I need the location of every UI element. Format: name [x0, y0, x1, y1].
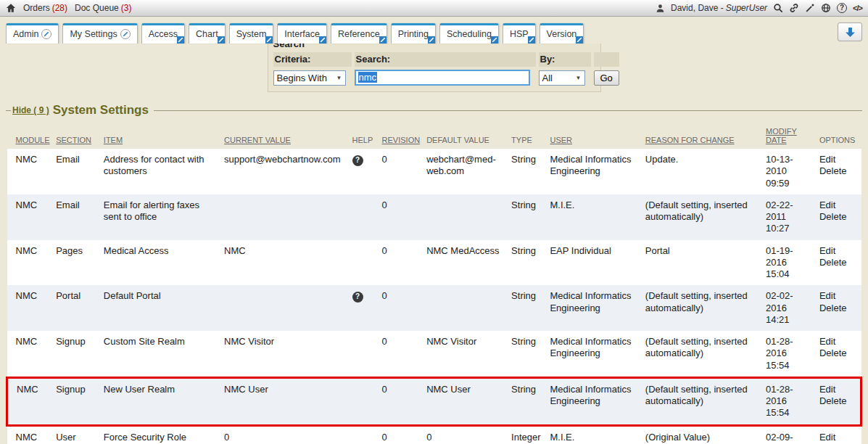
tab-my-settings[interactable]: My Settings: [62, 23, 137, 44]
pencil-glyph: [492, 37, 497, 43]
column-header-modify-date[interactable]: MODIFY DATE: [764, 123, 818, 149]
column-header-type: TYPE: [510, 123, 548, 149]
column-header-options: OPTIONS: [818, 123, 861, 149]
delete-link[interactable]: Delete: [819, 211, 847, 222]
cell-section: Email: [54, 194, 102, 240]
edit-pencil-icon[interactable]: [319, 36, 326, 44]
edit-link[interactable]: Edit: [819, 384, 835, 395]
settings-table: MODULESECTIONITEMCURRENT VALUEHELPREVISI…: [6, 123, 862, 444]
edit-pencil-icon[interactable]: [379, 36, 387, 44]
pencil-glyph: [320, 37, 326, 43]
cell-type: String: [510, 149, 548, 194]
settings-row: NMCEmailAddress for contact with custome…: [7, 149, 861, 194]
by-select[interactable]: All ▼: [539, 70, 585, 86]
table-header-row: MODULESECTIONITEMCURRENT VALUEHELPREVISI…: [7, 123, 861, 149]
table-body: NMCEmailAddress for contact with custome…: [7, 149, 861, 444]
cell-modify-date: 10-13-2010 09:59: [764, 149, 818, 194]
tab-interface[interactable]: Interface: [277, 23, 327, 44]
nav-doc-queue[interactable]: Doc Queue (3): [75, 3, 131, 13]
criteria-select[interactable]: Begins With ▼: [273, 70, 346, 86]
cell-default-value: webchart@med-web.com: [425, 149, 510, 194]
cell-module: NMC: [7, 425, 55, 444]
cell-current-value: [223, 285, 350, 331]
column-header-current-value[interactable]: CURRENT VALUE: [223, 123, 350, 149]
cell-options: EditDelete: [818, 240, 861, 286]
cell-revision: 0: [381, 331, 426, 377]
tab-chart[interactable]: Chart: [189, 23, 226, 44]
edit-link[interactable]: Edit: [819, 154, 835, 165]
edit-pencil-icon[interactable]: [41, 29, 51, 39]
cell-default-value: [425, 194, 510, 240]
edit-link[interactable]: Edit: [819, 336, 835, 347]
search-icon[interactable]: [773, 3, 783, 13]
help-icon[interactable]: ?: [837, 3, 847, 13]
edit-pencil-icon[interactable]: [265, 36, 273, 44]
cell-module: NMC: [7, 194, 55, 240]
column-header-section[interactable]: SECTION: [54, 123, 102, 149]
cell-reason: (Default setting, inserted automatically…: [644, 194, 764, 240]
pencil-glyph: [380, 37, 386, 43]
delete-link[interactable]: Delete: [819, 165, 847, 176]
column-header-help: HELP: [351, 123, 381, 149]
delete-link[interactable]: Delete: [819, 348, 847, 358]
cell-help: [351, 377, 381, 425]
tab-admin[interactable]: Admin: [6, 23, 59, 44]
tab-version[interactable]: Version: [540, 23, 584, 44]
column-header-reason-for-change[interactable]: REASON FOR CHANGE: [644, 123, 764, 149]
help-icon[interactable]: ?: [352, 155, 363, 166]
cell-reason: (Default setting, inserted automatically…: [644, 331, 764, 377]
cell-reason: (Original Value): [644, 425, 764, 444]
edit-pencil-icon[interactable]: [428, 36, 435, 44]
cell-section: User Security: [54, 425, 102, 444]
delete-link[interactable]: Delete: [819, 395, 847, 406]
tab-access[interactable]: Access: [141, 23, 185, 44]
cell-revision: 0: [381, 425, 426, 444]
cell-modify-date: 01-28-2016 15:54: [764, 331, 818, 377]
delete-link[interactable]: Delete: [819, 303, 847, 313]
divider-line: [6, 110, 11, 111]
help-icon[interactable]: ?: [352, 292, 363, 303]
wand-icon[interactable]: [805, 3, 815, 13]
tab-scheduling[interactable]: Scheduling: [439, 23, 499, 44]
edit-pencil-icon[interactable]: [491, 36, 498, 44]
cell-revision: 0: [381, 377, 426, 425]
tab-reference[interactable]: Reference: [331, 23, 387, 44]
cell-default-value: 0: [425, 425, 510, 444]
go-button[interactable]: Go: [594, 70, 619, 86]
cell-type: String: [510, 194, 548, 240]
cell-item: New User Realm: [102, 377, 223, 425]
tab-printing[interactable]: Printing: [391, 23, 436, 44]
column-header-user[interactable]: USER: [548, 123, 643, 149]
delete-link[interactable]: Delete: [819, 257, 847, 268]
link-icon[interactable]: [789, 3, 799, 13]
edit-pencil-icon[interactable]: [528, 36, 535, 44]
cell-modify-date: 01-28-2016 15:54: [764, 377, 818, 425]
top-bar: Orders (28) Doc Queue (3) David, Dave - …: [0, 0, 868, 17]
code-icon[interactable]: </>: [853, 4, 862, 12]
globe-icon[interactable]: [821, 3, 831, 13]
edit-link[interactable]: Edit: [819, 245, 835, 256]
edit-pencil-icon[interactable]: [576, 36, 583, 44]
cell-type: Integer: [510, 425, 548, 444]
edit-link[interactable]: Edit: [819, 200, 835, 210]
home-icon[interactable]: [6, 3, 16, 13]
user-menu[interactable]: David, Dave - SuperUser: [671, 3, 767, 13]
edit-pencil-icon[interactable]: [177, 36, 184, 44]
cell-revision: 0: [381, 149, 426, 194]
edit-pencil-icon[interactable]: [218, 36, 225, 44]
cell-help: [351, 194, 381, 240]
nav-orders[interactable]: Orders (28): [23, 3, 67, 13]
tab-system[interactable]: System: [229, 23, 274, 44]
collapse-button[interactable]: [838, 22, 862, 41]
tab-label: Version: [547, 29, 577, 39]
column-header-module[interactable]: MODULE: [7, 123, 55, 149]
edit-link[interactable]: Edit: [819, 432, 835, 443]
search-input[interactable]: nmc: [355, 70, 530, 86]
hide-link[interactable]: Hide ( 9 ): [12, 105, 49, 115]
column-header-item[interactable]: ITEM: [102, 123, 223, 149]
edit-pencil-icon[interactable]: [120, 29, 131, 39]
column-header-revision[interactable]: REVISION: [381, 123, 426, 149]
edit-link[interactable]: Edit: [819, 290, 835, 301]
tab-hsp[interactable]: HSP: [503, 23, 536, 44]
cell-revision: 0: [381, 240, 426, 286]
